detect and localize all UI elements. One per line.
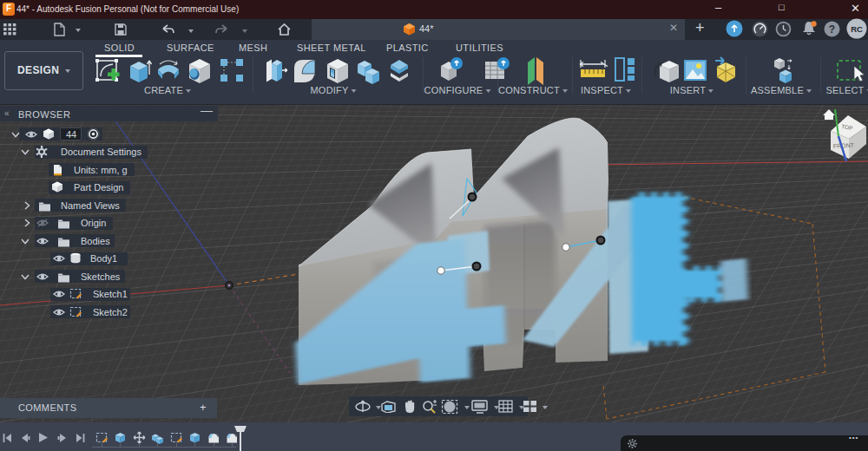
svg-text:FRONT: FRONT (833, 142, 855, 149)
